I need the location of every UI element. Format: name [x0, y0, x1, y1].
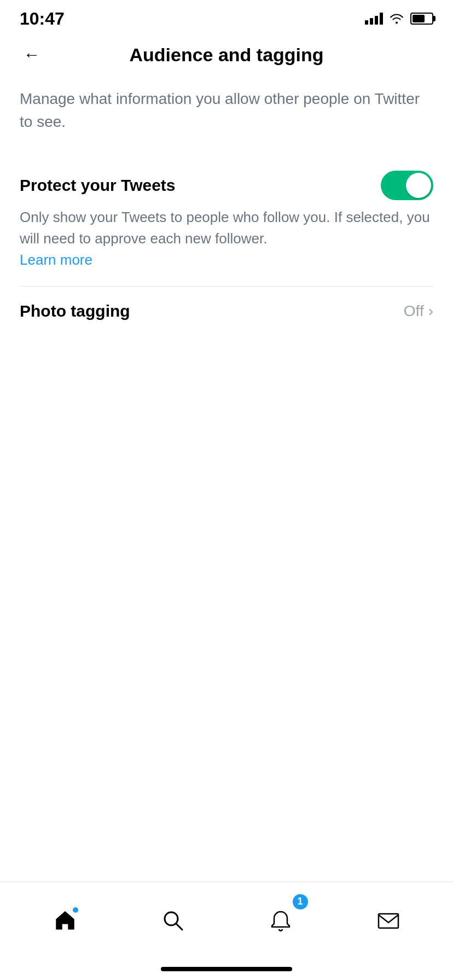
wifi-icon — [390, 13, 404, 24]
signal-icon — [365, 13, 383, 25]
protect-tweets-description: Only show your Tweets to people who foll… — [20, 207, 433, 271]
photo-tagging-right: Off › — [404, 302, 433, 320]
back-arrow-icon: ← — [24, 45, 40, 64]
home-indicator-bar — [161, 967, 292, 971]
toggle-knob — [406, 173, 431, 198]
photo-tagging-setting[interactable]: Photo tagging Off › — [20, 286, 433, 336]
home-indicator — [0, 958, 453, 980]
status-bar: 10:47 — [0, 0, 453, 33]
page-header: ← Audience and tagging — [0, 33, 453, 77]
bottom-navigation: 1 — [0, 882, 453, 958]
protect-tweets-row-top: Protect your Tweets — [20, 171, 433, 200]
status-time: 10:47 — [20, 9, 65, 29]
chevron-right-icon: › — [428, 302, 433, 320]
status-icons — [365, 13, 433, 25]
photo-tagging-value: Off — [404, 302, 424, 320]
nav-messages[interactable] — [367, 899, 410, 942]
home-icon-container — [53, 908, 77, 932]
search-icon — [161, 908, 185, 932]
mail-icon — [376, 908, 400, 932]
nav-home[interactable] — [43, 899, 87, 942]
learn-more-link[interactable]: Learn more — [20, 252, 92, 268]
protect-tweets-toggle[interactable] — [381, 171, 433, 200]
nav-search[interactable] — [151, 899, 195, 942]
protect-tweets-setting: Protect your Tweets Only show your Tweet… — [20, 155, 433, 286]
protect-tweets-label: Protect your Tweets — [20, 176, 176, 195]
photo-tagging-label: Photo tagging — [20, 302, 130, 320]
battery-icon — [410, 13, 433, 25]
back-button[interactable]: ← — [20, 43, 44, 67]
bell-icon — [269, 908, 293, 932]
page-description: Manage what information you allow other … — [20, 88, 433, 133]
svg-line-1 — [176, 924, 182, 930]
svg-rect-2 — [379, 914, 398, 928]
page-title: Audience and tagging — [129, 44, 323, 66]
page-content: Manage what information you allow other … — [0, 77, 453, 882]
notification-badge: 1 — [293, 894, 308, 909]
home-notification-dot — [73, 907, 78, 913]
badge-count: 1 — [297, 896, 303, 907]
nav-notifications[interactable]: 1 — [259, 899, 303, 942]
